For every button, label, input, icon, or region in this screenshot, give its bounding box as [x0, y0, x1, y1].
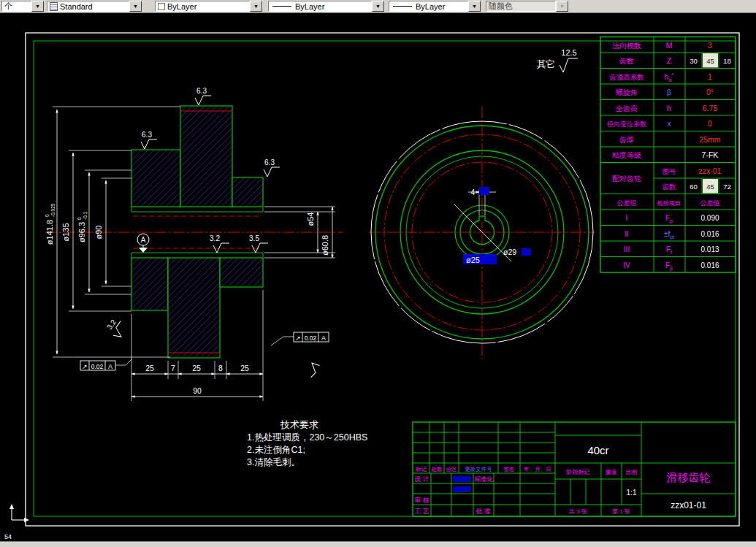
teeth-count: 72 [723, 183, 731, 191]
gdt-symbol: ↗ [82, 363, 88, 370]
color-combo[interactable]: ByLayer ▼ [155, 1, 262, 12]
teeth-count: 45 [706, 57, 714, 65]
style-combo-value: Standard [60, 2, 93, 11]
tolerance-value: 0.090 [700, 214, 719, 222]
role-approve: 批 准 [476, 508, 492, 515]
param-label: 齿顶高系数 [609, 73, 644, 81]
roughness-value: 6.3 [142, 131, 152, 139]
dropdown-arrow-icon[interactable]: ▼ [250, 1, 262, 12]
role-standardize: 标准化 [474, 475, 493, 483]
param-symbol: h [667, 104, 671, 112]
lineweight-combo-value: ByLayer [416, 2, 445, 11]
text-style-combo[interactable]: Standard ▼ [47, 1, 142, 12]
param-label: 螺旋角 [616, 88, 638, 96]
param-label: 法向模数 [612, 42, 641, 50]
dim-d96: ø96.3 [77, 222, 86, 242]
field-box [453, 476, 471, 483]
other-roughness-value: 12.5 [561, 48, 576, 57]
field-box [522, 248, 531, 256]
gdt-frame-2: ↗ 0.02 A [271, 332, 329, 345]
datum-label: A [141, 236, 146, 244]
dropdown-arrow-icon[interactable]: ▼ [468, 1, 481, 12]
field-box [479, 187, 489, 195]
drawing-number: zzx01-01 [671, 500, 706, 510]
gdt-symbol: ↗ [295, 334, 301, 342]
color-combo-value: ByLayer [167, 2, 196, 11]
dim-d141-tol-bot: -0.025 [50, 203, 56, 217]
param-symbol: ha* [665, 72, 674, 83]
dropdown-arrow-icon[interactable]: ▼ [372, 1, 384, 12]
param-value: 3 [708, 41, 712, 50]
param-value: 1 [708, 72, 712, 81]
param-label: 全齿高 [615, 104, 638, 112]
roughness-value: 6.3 [264, 158, 275, 167]
datum-marker: A [137, 234, 149, 253]
tolerance-value: 0.013 [700, 245, 719, 253]
param-sublabel: 图号 [663, 167, 677, 175]
dim-seg-b: 7 [171, 364, 175, 372]
bore-dim: ø25 [466, 256, 480, 264]
param-label: 齿数 [619, 57, 634, 65]
tolerance-value: 0.016 [700, 261, 719, 269]
roughness-icon [304, 360, 321, 377]
tolerance-symbol: Ff [666, 245, 672, 255]
rev-header: 更改文件号 [465, 466, 492, 473]
roughness-value: 3.2 [210, 234, 220, 242]
dim-seg-d: 8 [218, 364, 223, 372]
roughness-icon [141, 139, 157, 149]
sheet-number: 第 1 张 [612, 508, 630, 515]
hatch-block [131, 150, 180, 207]
scale-value: 1:1 [627, 489, 637, 497]
rev-header: 签名 [504, 466, 515, 473]
roughness-icon [195, 96, 211, 105]
front-view: 4 ø25 ø29 [369, 107, 595, 359]
properties-toolbar: 个 ▼ Standard ▼ ByLayer ▼ ByLayer ▼ ByLay… [0, 0, 756, 13]
dim-d90: ø90 [94, 226, 103, 240]
tech-req-line: 1.热处理调质，230～250HBS [247, 432, 367, 443]
color-swatch-icon [158, 3, 165, 10]
teeth-count: 45 [706, 183, 714, 191]
dim-seg-e: 25 [240, 364, 249, 372]
role-design: 设 计 [414, 475, 429, 483]
dim-d141: ø141.8 [45, 220, 54, 245]
param-symbol: M [666, 41, 673, 50]
dim-d141-tol-top: 0 [45, 214, 50, 217]
tech-req-line: 3.清除毛刺。 [247, 457, 300, 467]
hatch-block [220, 258, 263, 287]
lineweight-combo[interactable]: ByLayer ▼ [389, 1, 481, 12]
teeth-count: 60 [690, 183, 698, 191]
dim-d135: ø135 [61, 223, 70, 241]
field-box [453, 486, 471, 493]
other-roughness-label: 其它 [537, 59, 555, 69]
drawing-canvas[interactable]: ø141.8 0 -0.025 ø135 ø96.3 0 -0.1 ø90 ø5… [0, 13, 756, 541]
plotstyle-combo[interactable]: 随颜色 ▼ [486, 1, 568, 12]
param-symbol: Z [667, 56, 672, 65]
param-sublabel: 齿数 [663, 183, 677, 191]
view-combo[interactable]: 个 ▼ [1, 1, 44, 12]
tolerance-group: I [626, 214, 628, 222]
dim-d96-tol-top: 0 [77, 217, 82, 220]
dim-d54: ø54 [306, 213, 315, 226]
dim-seg-a: 25 [145, 364, 154, 372]
gdt-frame-1: ↗ 0.02 A [80, 359, 132, 370]
hatch-block [131, 258, 168, 310]
hatch-block [168, 258, 220, 358]
dim-total: 90 [193, 386, 202, 395]
gdt-value: 0.02 [91, 363, 104, 370]
linetype-combo[interactable]: ByLayer ▼ [268, 1, 384, 12]
keyway-width-dim: 4 [470, 188, 475, 196]
roughness-icon [560, 58, 578, 72]
param-value: 6.75 [703, 104, 718, 112]
style-sheet-icon [50, 2, 58, 11]
linetype-icon [272, 6, 291, 7]
param-value: 0 [708, 119, 712, 128]
roughness-icon [264, 167, 280, 177]
param-value: zzx-01 [699, 167, 722, 175]
tolerance-symbol: Fβ [665, 261, 673, 272]
hatch-block [180, 106, 232, 207]
dropdown-arrow-icon[interactable]: ▼ [31, 1, 44, 12]
param-label: 径向变位系数 [606, 121, 646, 128]
dim-seg-c: 25 [192, 364, 201, 372]
dropdown-arrow-icon[interactable]: ▼ [129, 1, 142, 12]
tolerance-header: 检验项目 [657, 200, 681, 207]
